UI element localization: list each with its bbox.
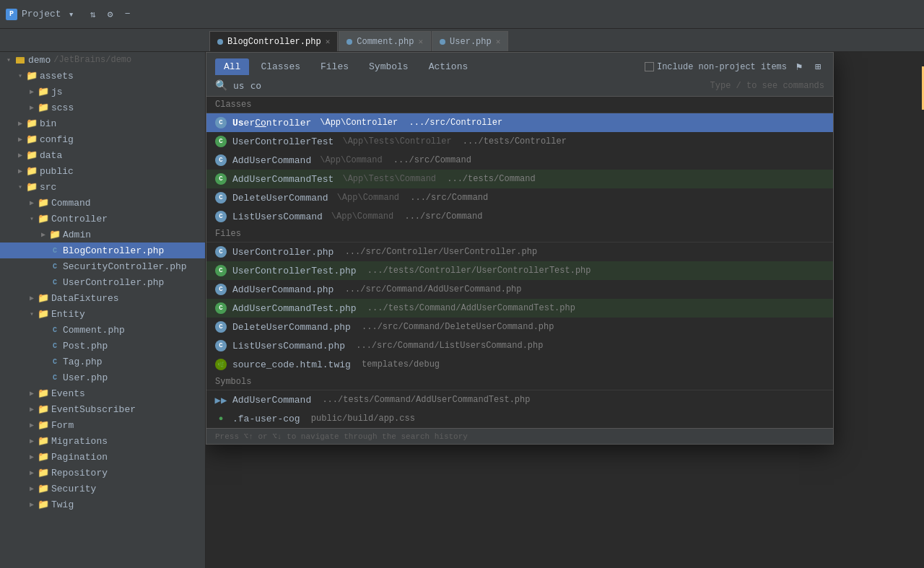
sidebar-item-entity[interactable]: ▾ 📁 Entity <box>0 306 205 322</box>
include-nonproj-checkbox[interactable]: Include non-project items <box>645 62 787 72</box>
command-label: Command <box>51 198 91 209</box>
form-folder-icon: 📁 <box>38 419 49 431</box>
tab-blog-controller[interactable]: BlogController.php ✕ <box>209 31 338 51</box>
config-folder-icon: 📁 <box>26 134 38 145</box>
result-name-uc: UserController <box>232 118 311 128</box>
security-arrow: ▶ <box>26 483 38 494</box>
search-tab-actions[interactable]: Actions <box>420 58 477 75</box>
result-path-duc: \App\Command <box>337 193 399 203</box>
result-name-file-uc: UserController.php <box>232 247 334 258</box>
sidebar-item-tag-php[interactable]: C Tag.php <box>0 354 205 370</box>
sidebar-item-public[interactable]: ▶ 📁 public <box>0 163 205 179</box>
result-file-auc[interactable]: C AddUserCommand.php .../src/Command/Add… <box>206 280 833 299</box>
result-user-controller[interactable]: C UserController \App\Controller .../src… <box>206 113 833 132</box>
search-footer: Press ⌥↑ or ⌥↓ to navigate through the s… <box>206 428 833 444</box>
project-name: Project <box>22 9 61 19</box>
tab-user[interactable]: User.php ✕ <box>432 31 508 51</box>
sidebar-item-eventsubscriber[interactable]: ▶ 📁 EventSubscriber <box>0 401 205 417</box>
tab-close-user[interactable]: ✕ <box>496 37 501 46</box>
search-tab-files[interactable]: Files <box>312 58 357 75</box>
result-path2-auc: .../src/Command <box>388 155 471 165</box>
sidebar-item-repository[interactable]: ▶ 📁 Repository <box>0 465 205 481</box>
result-file-uc[interactable]: C UserController.php .../src/Controller/… <box>206 243 833 261</box>
tab-comment[interactable]: Comment.php ✕ <box>339 31 431 51</box>
search-tab-classes[interactable]: Classes <box>252 58 309 75</box>
controller-label: Controller <box>51 214 108 224</box>
settings-icon[interactable]: ⚙ <box>105 9 116 20</box>
project-dropdown-icon[interactable]: ▾ <box>66 9 77 20</box>
filter-icon[interactable]: ⚑ <box>793 61 806 74</box>
sidebar-item-config[interactable]: ▶ 📁 config <box>0 131 205 147</box>
sidebar-item-js[interactable]: ▶ 📁 js <box>0 84 205 100</box>
result-path2-file-luc: .../src/Command/ListUsersCommand.php <box>351 341 543 351</box>
post-php-arrow <box>38 340 49 351</box>
sidebar-item-bin[interactable]: ▶ 📁 bin <box>0 115 205 131</box>
result-list-users-command[interactable]: C ListUsersCommand \App\Command .../src/… <box>206 207 833 226</box>
result-file-uct[interactable]: C UserControllerTest.php .../tests/Contr… <box>206 261 833 280</box>
sidebar-item-security[interactable]: ▶ 📁 Security <box>0 481 205 497</box>
assets-label: assets <box>40 71 74 82</box>
tab-dot-comment <box>346 39 352 45</box>
assets-arrow: ▾ <box>14 70 26 82</box>
result-file-luc[interactable]: C ListUsersCommand.php .../src/Command/L… <box>206 336 833 355</box>
search-input[interactable] <box>233 80 705 91</box>
result-delete-user-command[interactable]: C DeleteUserCommand \App\Command .../src… <box>206 188 833 207</box>
config-arrow: ▶ <box>14 134 26 145</box>
result-symbol-auc[interactable]: ▶▶ AddUserCommand .../tests/Command/AddU… <box>206 390 833 409</box>
sidebar-item-events[interactable]: ▶ 📁 Events <box>0 385 205 401</box>
sidebar-item-form[interactable]: ▶ 📁 Form <box>0 417 205 433</box>
sidebar-item-comment-php[interactable]: C Comment.php <box>0 322 205 338</box>
sidebar-item-user-php[interactable]: C User.php <box>0 370 205 385</box>
search-tab-symbols[interactable]: Symbols <box>360 58 417 75</box>
security-label: Security <box>51 484 96 494</box>
result-icon-uct: C <box>215 136 227 147</box>
result-file-twig[interactable]: 🌿 source_code.html.twig templates/debug <box>206 355 833 374</box>
form-label: Form <box>51 420 74 431</box>
sidebar-item-command[interactable]: ▶ 📁 Command <box>0 195 205 211</box>
sidebar-item-controller[interactable]: ▾ 📁 Controller <box>0 211 205 227</box>
tab-label-blog: BlogController.php <box>227 37 321 47</box>
comment-php-arrow <box>38 324 49 336</box>
result-file-duc[interactable]: C DeleteUserCommand.php .../src/Command/… <box>206 318 833 336</box>
eventsub-folder-icon: 📁 <box>38 403 49 415</box>
sidebar-item-src[interactable]: ▾ 📁 src <box>0 179 205 195</box>
result-add-user-command[interactable]: C AddUserCommand \App\Command .../src/Co… <box>206 151 833 170</box>
sidebar-item-assets[interactable]: ▾ 📁 assets <box>0 68 205 84</box>
search-tab-all[interactable]: All <box>215 58 249 75</box>
sidebar-item-pagination[interactable]: ▶ 📁 Pagination <box>0 449 205 465</box>
result-path2-file-uc: .../src/Controller/UserController.php <box>339 247 537 257</box>
sidebar-item-datafixtures[interactable]: ▶ 📁 DataFixtures <box>0 290 205 306</box>
entity-label: Entity <box>51 309 85 320</box>
sidebar-root[interactable]: ▾ demo /JetBrains/demo <box>0 52 205 68</box>
minimize-icon[interactable]: − <box>122 9 134 20</box>
result-path2-file-twig: templates/debug <box>357 359 440 370</box>
tab-close-blog[interactable]: ✕ <box>326 37 331 46</box>
layout-toggle-icon[interactable]: ⇅ <box>87 9 99 20</box>
post-php-icon: C <box>49 340 61 351</box>
layout-icon[interactable]: ⊞ <box>811 61 824 74</box>
sidebar-item-security-controller[interactable]: C SecurityController.php <box>0 258 205 274</box>
sidebar-item-blog-controller[interactable]: C BlogController.php <box>0 243 205 258</box>
result-user-controller-test[interactable]: C UserControllerTest \App\Tests\Controll… <box>206 132 833 151</box>
admin-folder-icon: 📁 <box>49 229 61 240</box>
search-footer-text: Press ⌥↑ or ⌥↓ to navigate through the s… <box>215 432 468 441</box>
result-path-uc: \App\Controller <box>320 118 398 128</box>
code-area: 84 85 /** @Route("/comment/{postSlug}/ne… <box>206 52 924 568</box>
result-symbol-css[interactable]: ● .fa-user-cog public/build/app.css <box>206 409 833 428</box>
admin-label: Admin <box>63 230 91 240</box>
events-arrow: ▶ <box>26 388 38 399</box>
sidebar-item-twig[interactable]: ▶ 📁 Twig <box>0 497 205 512</box>
sidebar-item-migrations[interactable]: ▶ 📁 Migrations <box>0 433 205 449</box>
pagination-arrow: ▶ <box>26 451 38 463</box>
result-icon-duc: C <box>215 192 227 204</box>
events-folder-icon: 📁 <box>38 388 49 399</box>
sidebar-item-admin[interactable]: ▶ 📁 Admin <box>0 227 205 243</box>
checkbox-box[interactable] <box>645 62 654 71</box>
result-file-auct[interactable]: C AddUserCommandTest.php .../tests/Comma… <box>206 299 833 318</box>
sidebar-item-scss[interactable]: ▶ 📁 scss <box>0 100 205 115</box>
tab-close-comment[interactable]: ✕ <box>418 37 423 46</box>
sidebar-item-post-php[interactable]: C Post.php <box>0 338 205 354</box>
result-add-user-command-test[interactable]: C AddUserCommandTest \App\Tests\Command … <box>206 170 833 188</box>
sidebar-item-data[interactable]: ▶ 📁 data <box>0 147 205 163</box>
sidebar-item-user-controller[interactable]: C UserController.php <box>0 274 205 290</box>
